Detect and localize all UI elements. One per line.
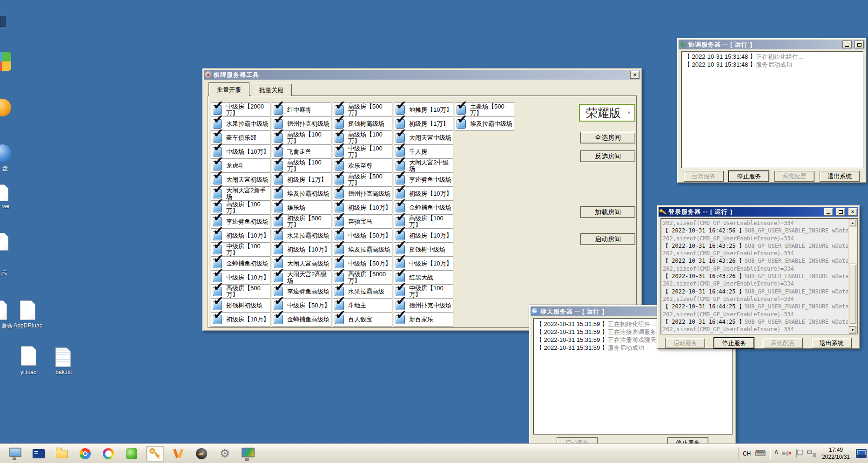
tab-batch-close-server[interactable]: 批量关服 (251, 84, 292, 96)
clock-time: 17:49 (829, 447, 843, 453)
window-titlebar[interactable]: 棋牌服务器工具 × (204, 70, 640, 80)
tab-batch-open-server[interactable]: 批量开服 (209, 82, 249, 96)
log-timestamp: 【 2022-10-31 16:43:26 】 (663, 273, 745, 279)
clock-date: 2022/10/31 (822, 454, 850, 460)
check-icon: ✔ (274, 141, 285, 154)
document-icon[interactable] (0, 184, 8, 201)
scrollbar-thumb[interactable] (849, 264, 856, 324)
window-title: 登录服务器 -- [ 运行 ] (668, 208, 821, 216)
select-all-rooms-button[interactable]: 全选房间 (580, 132, 635, 143)
document-icon[interactable] (0, 233, 8, 251)
minimize-button[interactable] (824, 208, 833, 216)
window-titlebar[interactable]: ↻ 协调服务器 -- [ 运行 ] (679, 40, 865, 49)
file-label-bak[interactable]: bak.txt (50, 369, 77, 375)
check-icon: ✔ (335, 281, 346, 293)
taskbar-item-orange-v-icon[interactable] (169, 446, 187, 462)
close-button[interactable]: × (630, 71, 639, 79)
blue-ball-app-icon[interactable] (0, 144, 11, 162)
maximize-button[interactable] (836, 208, 845, 216)
server-log-area[interactable]: 【 2022-10-31 15:31:48 】正在初始化组件...【 2022-… (681, 51, 863, 168)
exit-system-button[interactable]: 退出系统 (812, 338, 852, 348)
room-checkbox-cell[interactable]: ✔百人骰宝 (333, 312, 392, 327)
room-label: 摇钱树高级场 (348, 121, 384, 127)
desktop-icon-label[interactable]: 式 (0, 269, 8, 277)
taskbar-item-chrome-icon[interactable] (76, 446, 94, 462)
flag-icon[interactable] (796, 449, 803, 457)
check-icon: ✔ (335, 113, 346, 126)
vertical-scrollbar[interactable]: ▲ ▼ (848, 219, 857, 334)
speaker-muted-icon[interactable]: × (782, 450, 792, 457)
file-label-appdf[interactable]: AppDF.luac (11, 322, 45, 329)
chat-server-icon (532, 308, 538, 315)
desktop-icon-label[interactable]: ver (0, 203, 12, 210)
chevron-up-icon[interactable]: ^ (774, 448, 778, 459)
window-titlebar[interactable]: 登录服务器 -- [ 运行 ] × (659, 207, 858, 217)
room-checkbox[interactable]: ✔ (457, 119, 466, 129)
desktop-icon-fragment[interactable] (0, 16, 6, 27)
clock[interactable]: 17:49 2022/10/31 (820, 447, 852, 461)
stop-service-button[interactable]: 停止服务 (714, 338, 754, 348)
room-checkbox[interactable]: ✔ (396, 315, 405, 324)
scroll-up-button[interactable]: ▲ (849, 219, 856, 226)
minimize-button[interactable] (842, 41, 852, 48)
maximize-button[interactable] (855, 41, 864, 48)
language-indicator[interactable]: CH (743, 450, 751, 457)
log-line: 【 2022-10-31 16:44:25 】SUB_GP_USER_ENABL… (663, 318, 848, 326)
room-checkbox[interactable]: ✔ (335, 315, 344, 324)
room-column: ✔土豪场【500万】✔埃及拉霸中级场 (455, 103, 514, 131)
file-label-yl[interactable]: yl.luac (14, 369, 42, 375)
room-checkbox-cell[interactable]: ✔初级房【10万】 (211, 312, 270, 327)
load-rooms-button[interactable]: 加载房间 (580, 206, 635, 218)
file-icon-appdf[interactable] (20, 300, 35, 320)
room-checkbox[interactable]: ✔ (213, 315, 222, 324)
app-gear-icon (205, 71, 212, 78)
keyboard-icon[interactable]: ⌨ (755, 450, 766, 457)
log-message: 正在初始化组件... (608, 320, 655, 327)
start-service-button[interactable]: 启动服务 (665, 338, 705, 348)
room-checkbox-cell[interactable]: ✔埃及拉霸中级场 (455, 116, 514, 131)
room-label: 新百家乐 (409, 316, 433, 323)
minimize-icon (827, 213, 830, 214)
check-icon: ✔ (213, 239, 224, 252)
taskbar-item-green-app-icon[interactable] (123, 446, 141, 462)
taskbar-item-folder-icon[interactable] (53, 446, 71, 462)
log-message: SUB_GP_USER_ENABLE_INSURE wDataSize= (745, 258, 848, 264)
room-checkbox-cell[interactable]: ✔新百家乐 (394, 312, 453, 327)
dark-swirl-icon (196, 448, 207, 459)
system-config-button[interactable]: 系统配置 (774, 171, 814, 182)
start-rooms-button[interactable]: 启动房间 (580, 233, 635, 245)
room-label: 高级房【500万】 (348, 103, 391, 116)
taskbar-item-computer-icon[interactable] (7, 446, 24, 462)
room-label: 金蝉捕鱼中级场 (409, 204, 451, 211)
taskbar-item-dark-swirl-icon[interactable] (193, 446, 210, 462)
exit-system-button[interactable]: 退出系统 (820, 171, 860, 182)
document-icon[interactable] (0, 300, 7, 320)
check-icon: ✔ (396, 141, 407, 154)
room-label: 埃及拉霸高级场 (348, 246, 390, 253)
system-config-button[interactable]: 系统配置 (763, 338, 803, 348)
network-icon[interactable] (807, 449, 816, 457)
close-button[interactable]: × (848, 208, 857, 216)
start-service-button[interactable]: 启动服务 (684, 171, 724, 182)
file-icon-bak[interactable] (55, 347, 71, 367)
room-checkbox[interactable]: ✔ (274, 315, 283, 324)
orange-ball-app-icon[interactable] (0, 99, 11, 116)
taskbar-item-gear-icon[interactable]: ⚙ (216, 446, 234, 462)
check-icon: ✔ (274, 127, 285, 140)
file-icon-yl[interactable] (21, 346, 36, 366)
room-checkbox-cell[interactable]: ✔金蝉捕鱼高级场 (272, 312, 331, 327)
check-icon: ✔ (274, 239, 285, 252)
taskbar-item-key-tool-icon[interactable] (146, 446, 164, 462)
scroll-down-button[interactable]: ▼ (849, 326, 856, 334)
show-desktop-button[interactable] (856, 449, 867, 458)
color-grid-app-icon[interactable] (0, 52, 11, 71)
stop-service-button[interactable]: 停止服务 (729, 171, 769, 182)
chevron-down-icon[interactable]: ▼ (627, 110, 634, 115)
taskbar-item-monitor-app-icon[interactable] (239, 446, 257, 462)
taskbar-item-terminal-icon[interactable] (30, 446, 47, 462)
server-log-area[interactable]: 202,sizeof(CMD_GP_UserEnableInsure)=334【… (660, 218, 858, 334)
version-select[interactable]: 荣耀版 ▼ (579, 104, 635, 122)
invert-selection-button[interactable]: 反选房间 (580, 150, 635, 162)
desktop-icon-label[interactable]: 盘 (0, 165, 10, 173)
taskbar-item-color-ring-icon[interactable] (100, 446, 117, 462)
